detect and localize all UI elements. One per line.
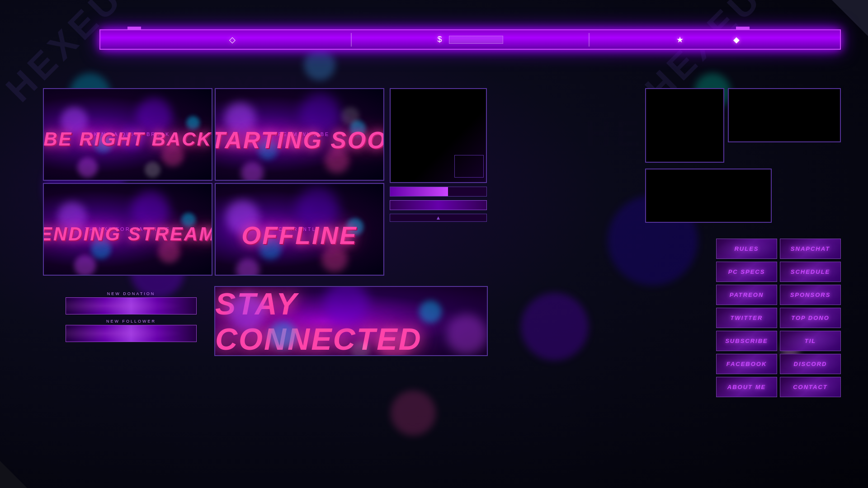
donation-bar (66, 297, 197, 314)
progress-bar (390, 187, 487, 197)
star-icon: ★ (676, 35, 684, 45)
donate-icon-bar: ▲ (390, 214, 487, 222)
alert-bar-small-1 (390, 200, 487, 210)
donate-triangle-icon: ▲ (436, 215, 441, 221)
gem-icon: ◆ (733, 35, 740, 45)
btn-facebook-label: FACEBOOK (726, 361, 767, 367)
btn-pcspecs-label: PC SPECS (728, 268, 765, 275)
btn-til[interactable]: TIL (780, 331, 841, 351)
btn-subscribe-label: SUBSCRIBE (725, 338, 768, 344)
stay-connected-banner: STAY CONNECTED (214, 286, 488, 356)
stream-panels-grid: TAKING A QUICK BREAK BE RIGHT BACK STREA… (43, 88, 384, 276)
btn-facebook[interactable]: FACEBOOK (716, 354, 777, 374)
webcam-mini (454, 155, 484, 178)
right-webcam-side (728, 88, 841, 163)
btn-twitter[interactable]: TWITTER (716, 308, 777, 328)
ending-stream-panel: THANKS FOR WATCHING ENDING STREAM (43, 183, 212, 276)
btn-discord-label: DISCORD (794, 361, 827, 367)
webcam-frame-large (645, 88, 724, 163)
offline-title: OFFLINE (241, 221, 357, 249)
btn-sponsors[interactable]: SPONSORS (780, 285, 841, 305)
btn-topdono-label: TOP DONO (791, 314, 830, 321)
btn-schedule-label: SCHEDULE (791, 268, 830, 275)
btn-twitter-label: TWITTER (731, 314, 763, 321)
bar-container: ▲ (390, 187, 487, 222)
right-webcam-section (645, 88, 841, 223)
top-bar-left-section: ◇ (114, 35, 351, 45)
webcam-frame-bottom (645, 169, 772, 223)
top-bar-center-section: $ (352, 35, 589, 44)
follower-label: NEW FOLLOWER (66, 319, 197, 324)
ending-stream-title: ENDING STREAM (43, 223, 212, 244)
btn-discord[interactable]: DISCORD (780, 354, 841, 374)
right-webcam-bottom (645, 169, 841, 223)
webcam-frame-medium (728, 88, 841, 142)
btn-til-label: TIL (805, 338, 816, 344)
btn-snapchat-label: SNAPCHAT (791, 245, 830, 252)
dollar-icon: $ (437, 35, 442, 44)
btn-aboutme-label: ABOUT ME (727, 384, 766, 390)
top-bar-right-section: ★ ◆ (590, 35, 826, 45)
btn-topdono[interactable]: TOP DONO (780, 308, 841, 328)
alert-follower: NEW FOLLOWER (66, 319, 197, 342)
brb-title: BE RIGHT BACK (43, 128, 212, 150)
alerts-section: NEW DONATION NEW FOLLOWER (66, 291, 197, 342)
btn-contact-label: CONTACT (793, 384, 828, 390)
btn-rules-label: RULES (734, 245, 759, 252)
btn-patreon[interactable]: PATREON (716, 285, 777, 305)
btn-subscribe[interactable]: SUBSCRIBE (716, 331, 777, 351)
starting-soon-panel: STREAM WILL BE STARTING SOON (215, 88, 384, 181)
corner-decoration-bottom-left (0, 461, 27, 488)
webcam-frame-main (390, 88, 487, 183)
btn-pcspecs[interactable]: PC SPECS (716, 262, 777, 282)
top-alert-bar: ◇ $ ★ ◆ (99, 29, 841, 50)
progress-bar-fill (390, 187, 448, 196)
panel-button-grid[interactable]: RULES SNAPCHAT PC SPECS SCHEDULE PATREON… (716, 239, 841, 397)
starting-soon-title: STARTING SOON (215, 127, 384, 154)
diamond-icon-left: ◇ (229, 35, 236, 45)
offline-panel: CURRENTLY OFFLINE (215, 183, 384, 276)
alert-donation: NEW DONATION (66, 291, 197, 314)
btn-contact[interactable]: CONTACT (780, 377, 841, 397)
btn-snapchat[interactable]: SNAPCHAT (780, 239, 841, 259)
btn-patreon-label: PATREON (730, 291, 764, 298)
donation-label: NEW DONATION (66, 291, 197, 296)
overlay-section: ▲ (390, 88, 487, 222)
follower-bar (66, 325, 197, 342)
right-webcam-row (645, 88, 841, 163)
btn-rules[interactable]: RULES (716, 239, 777, 259)
btn-sponsors-label: SPONSORS (790, 291, 831, 298)
btn-schedule[interactable]: SCHEDULE (780, 262, 841, 282)
brb-panel: TAKING A QUICK BREAK BE RIGHT BACK (43, 88, 212, 181)
btn-aboutme[interactable]: ABOUT ME (716, 377, 777, 397)
